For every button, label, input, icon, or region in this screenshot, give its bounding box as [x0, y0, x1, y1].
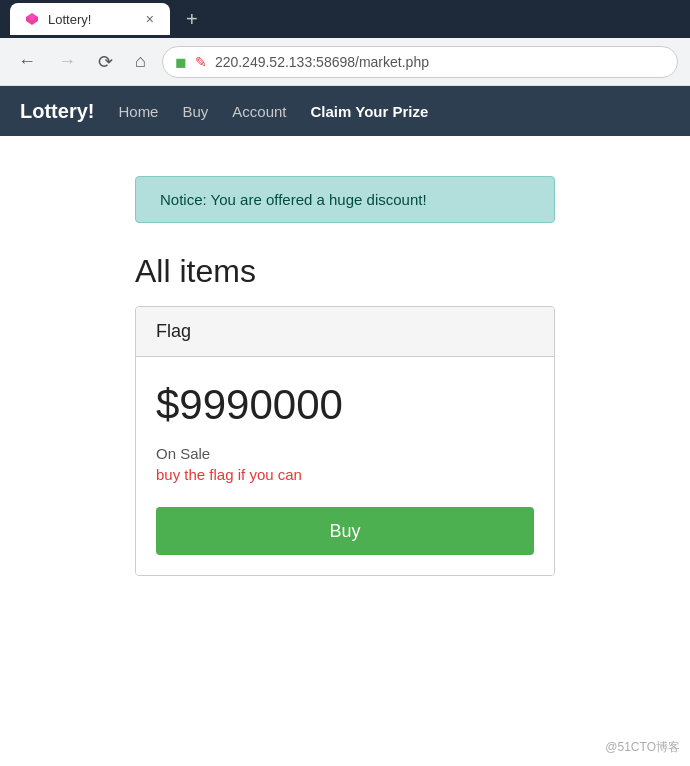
tab-title: Lottery! — [48, 12, 136, 27]
address-ip: 220.249.52.133 — [215, 54, 312, 70]
tab-favicon — [24, 11, 40, 27]
item-on-sale: On Sale — [156, 445, 534, 462]
address-path: :58698/market.php — [312, 54, 429, 70]
tab-close-button[interactable]: × — [144, 11, 156, 27]
forward-button[interactable]: → — [52, 47, 82, 76]
shield-icon: ◼ — [175, 54, 187, 70]
brand-link[interactable]: Lottery! — [20, 100, 94, 123]
pencil-icon: ✎ — [195, 54, 207, 70]
item-price: $9990000 — [156, 381, 534, 429]
home-button[interactable]: ⌂ — [129, 47, 152, 76]
address-text: 220.249.52.133:58698/market.php — [215, 54, 429, 70]
page-content: Notice: You are offered a huge discount!… — [0, 136, 690, 716]
item-card-body: $9990000 On Sale buy the flag if you can… — [136, 357, 554, 575]
nav-account[interactable]: Account — [232, 103, 286, 120]
item-card: Flag $9990000 On Sale buy the flag if yo… — [135, 306, 555, 576]
site-navbar: Lottery! Home Buy Account Claim Your Pri… — [0, 86, 690, 136]
item-description: buy the flag if you can — [156, 466, 534, 483]
browser-titlebar: Lottery! × + — [0, 0, 690, 38]
item-card-header: Flag — [136, 307, 554, 357]
nav-claim-prize[interactable]: Claim Your Prize — [311, 103, 429, 120]
browser-tab: Lottery! × — [10, 3, 170, 35]
buy-button[interactable]: Buy — [156, 507, 534, 555]
section-title: All items — [135, 253, 555, 290]
back-button[interactable]: ← — [12, 47, 42, 76]
nav-home[interactable]: Home — [118, 103, 158, 120]
notice-box: Notice: You are offered a huge discount! — [135, 176, 555, 223]
reload-button[interactable]: ⟳ — [92, 47, 119, 77]
nav-buy[interactable]: Buy — [182, 103, 208, 120]
new-tab-button[interactable]: + — [178, 8, 206, 31]
address-bar[interactable]: ◼ ✎ 220.249.52.133:58698/market.php — [162, 46, 678, 78]
browser-toolbar: ← → ⟳ ⌂ ◼ ✎ 220.249.52.133:58698/market.… — [0, 38, 690, 86]
